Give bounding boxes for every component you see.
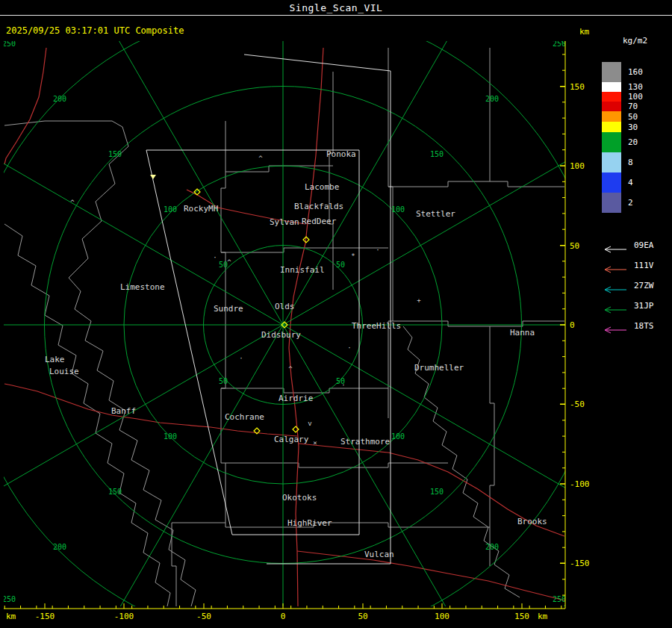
colorbar-value: 8 [628, 158, 633, 167]
colorbar-row: 8 [602, 152, 672, 172]
city-label: RockyMH [184, 204, 218, 214]
range-label: 50 [336, 261, 345, 269]
right-axis-label: 0 [570, 320, 575, 330]
city-label: Louise [49, 367, 79, 376]
colorbar-row: 30 [602, 122, 672, 132]
city-label: Didsbury [261, 330, 301, 340]
colorbar-row: 20 [602, 132, 672, 152]
colorbar-swatch [602, 122, 621, 132]
minor-town-marker: ^ [288, 365, 293, 373]
range-label: 100 [391, 205, 405, 214]
minor-town-marker: + [417, 296, 421, 304]
range-label: 150 [108, 150, 122, 158]
range-label: 250 [2, 595, 16, 603]
city-label: Okotoks [282, 493, 317, 503]
range-ring-250 [0, 0, 672, 628]
minor-town-marker: × [313, 439, 317, 447]
city-label: Hanna [510, 328, 535, 338]
radar-site-arrow-icon [602, 302, 629, 310]
bottom-axis-label: -150 [35, 612, 55, 621]
range-label: 50 [219, 377, 228, 385]
bottom-axis-label: -50 [196, 612, 211, 621]
radar-site-legend: 09EA111V27ZW31JP18TS [602, 235, 672, 336]
vil-colorbar: 16013010070503020842 [602, 62, 672, 213]
radar-site-row: 09EA [602, 235, 672, 255]
minor-town-marker: * [351, 252, 355, 260]
city-label: Blackfalds [294, 202, 343, 211]
radar-site-id: 27ZW [634, 281, 654, 290]
city-label: Ponoka [326, 149, 356, 159]
direction-arrow-marker [150, 175, 156, 179]
colorbar-row: 100 [602, 92, 672, 102]
grid-spoke [283, 0, 507, 325]
radar-site-id: 31JP [634, 301, 654, 311]
city-label: Brooks [517, 517, 547, 526]
minor-town-marker: ^ [70, 199, 75, 206]
colorbar-swatch [602, 82, 621, 92]
city-label: Banff [111, 406, 136, 416]
grid-spoke [283, 325, 507, 628]
colorbar-swatch [602, 132, 621, 152]
city-label: Cochrane [225, 412, 264, 422]
colorbar-swatch [602, 152, 621, 172]
minor-town-marker: · [213, 254, 217, 261]
range-label: 250 [553, 40, 566, 48]
colorbar-value: 130 [628, 82, 643, 92]
radar-site-arrow-icon [602, 242, 629, 249]
range-label: 200 [53, 543, 66, 551]
minor-town-marker: · [376, 246, 379, 254]
county-boundary [388, 181, 564, 187]
colorbar-swatch [602, 62, 621, 82]
colorbar-row: 130 [602, 82, 672, 92]
bottom-axis-unit-left: km [6, 612, 16, 621]
city-label: Drumheller [414, 363, 464, 373]
colorbar-value: 100 [628, 92, 643, 102]
radar-app-window: Single_Scan_VIL 2025/09/25 03:17:01 UTC … [0, 0, 672, 628]
bottom-axis-unit-right: km [538, 612, 548, 621]
radar-site-row: 111V [602, 255, 672, 276]
colorbar-value: 50 [628, 112, 638, 122]
minor-town-marker: · [239, 355, 243, 362]
range-label: 100 [164, 205, 177, 214]
radar-site-id: 111V [634, 261, 654, 270]
city-label: Stettler [416, 209, 455, 219]
colorbar-unit: kg/m2 [602, 36, 672, 46]
county-boundary [225, 166, 333, 172]
highway [297, 551, 564, 600]
city-label: Vulcan [364, 550, 394, 559]
colorbar-value: 30 [628, 122, 638, 132]
colorbar-value: 70 [628, 102, 638, 111]
county-boundary [393, 321, 564, 326]
colorbar-swatch [602, 102, 621, 111]
colorbar-swatch [602, 193, 621, 213]
bottom-axis-label: 50 [358, 612, 367, 621]
minor-town-marker: v [308, 420, 311, 427]
county-boundary [225, 463, 448, 467]
colorbar-swatch [602, 111, 621, 122]
colorbar-row: 50 [602, 111, 672, 122]
colorbar-swatch [602, 92, 621, 102]
city-label: Strathmore [340, 437, 390, 447]
city-label: Lacombe [305, 182, 339, 192]
county-boundary [69, 278, 196, 606]
colorbar-value: 4 [628, 178, 633, 187]
sidebar: kg/m2 16013010070503020842 09EA111V27ZW3… [602, 36, 672, 336]
county-boundary [329, 72, 333, 290]
range-label: 250 [2, 40, 16, 48]
colorbar-value: 2 [628, 198, 633, 208]
radar-site-arrow-icon [602, 323, 629, 330]
colorbar-swatch [602, 172, 621, 193]
range-label: 100 [164, 432, 177, 441]
city-label: Innisfail [280, 265, 325, 275]
range-label: 250 [553, 595, 566, 603]
city-label: HighRiver [287, 518, 332, 528]
colorbar-value: 160 [628, 67, 643, 77]
range-label: 50 [219, 261, 228, 269]
map-layers: 2502001501005025020015010050250200150100… [0, 0, 672, 628]
range-label: 100 [391, 432, 405, 441]
city-label: Sylvan [270, 217, 299, 227]
minor-town-marker: ^ [227, 258, 231, 266]
radar-site-id: 18TS [634, 321, 654, 331]
bottom-axis-label: -100 [114, 612, 134, 621]
colorbar-value: 20 [628, 137, 638, 147]
